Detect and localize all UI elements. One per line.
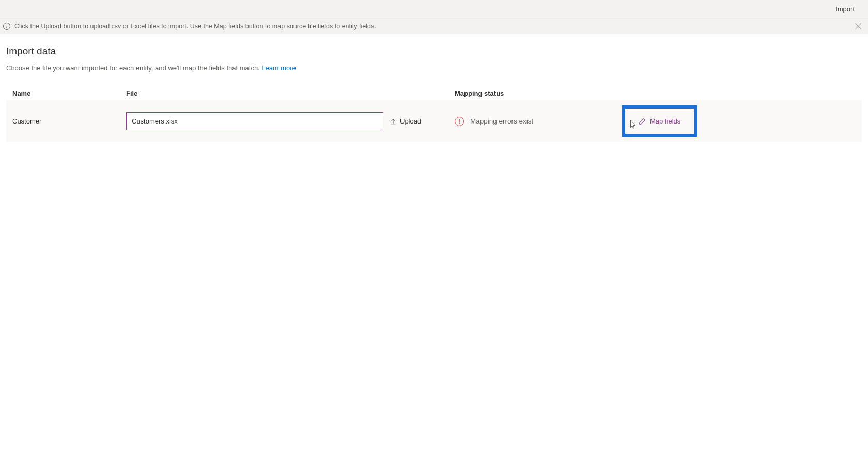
- page-description: Choose the file you want imported for ea…: [6, 64, 862, 72]
- map-fields-button[interactable]: Map fields: [622, 105, 697, 137]
- entity-name: Customer: [12, 117, 41, 125]
- column-header-name: Name: [12, 89, 126, 97]
- column-header-status: Mapping status: [452, 89, 622, 97]
- learn-more-link[interactable]: Learn more: [261, 64, 296, 72]
- upload-button[interactable]: Upload: [390, 117, 421, 125]
- column-header-file: File: [126, 89, 452, 97]
- page-title: Import data: [6, 45, 862, 57]
- mapping-status: ! Mapping errors exist: [455, 117, 533, 126]
- error-icon: !: [455, 117, 464, 126]
- import-grid: Name File Mapping status Customer Upload: [6, 89, 862, 142]
- info-icon: i: [3, 23, 10, 30]
- column-header-action: [622, 89, 756, 97]
- upload-icon: [390, 118, 397, 125]
- command-bar: Import: [0, 0, 868, 19]
- import-command[interactable]: Import: [831, 3, 859, 15]
- upload-label: Upload: [400, 117, 421, 125]
- info-message: Click the Upload button to upload csv or…: [14, 23, 376, 30]
- page-description-text: Choose the file you want imported for ea…: [6, 64, 261, 72]
- map-fields-label: Map fields: [650, 117, 680, 125]
- file-input[interactable]: [126, 112, 383, 130]
- main-content: Import data Choose the file you want imp…: [0, 34, 868, 142]
- info-bar: i Click the Upload button to upload csv …: [0, 19, 868, 34]
- grid-header: Name File Mapping status: [6, 89, 862, 100]
- grid-row: Customer Upload ! Mapping errors exist: [6, 100, 862, 142]
- mapping-status-text: Mapping errors exist: [470, 117, 533, 125]
- close-icon[interactable]: [854, 22, 863, 31]
- edit-icon: [639, 118, 646, 125]
- x-icon: [854, 22, 863, 31]
